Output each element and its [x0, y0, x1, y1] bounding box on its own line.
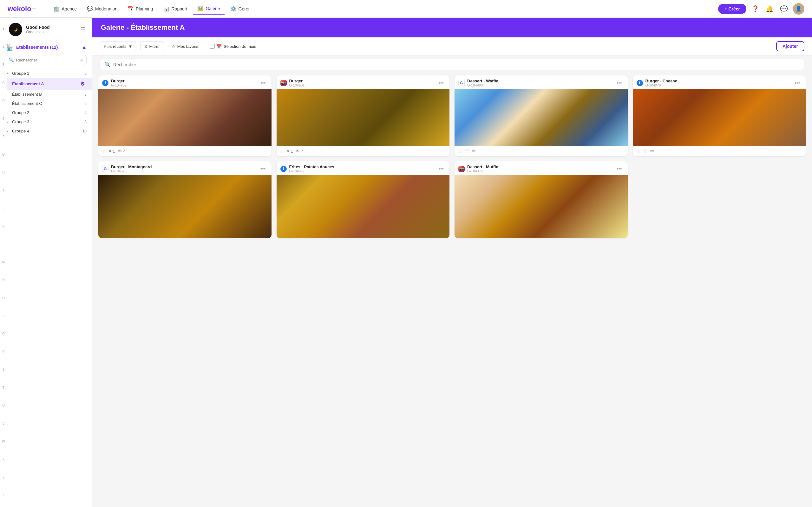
alphabet-star[interactable]: ★ [2, 27, 5, 31]
card-more-button-g104980[interactable]: ••• [615, 79, 624, 87]
heart-action-g104979[interactable]: ♡ [643, 149, 647, 154]
etab-item-etablissement-a[interactable]: Établissement A ⚙ [0, 78, 92, 90]
logo[interactable]: wekolo〜 [8, 5, 37, 13]
view-action-g104980[interactable]: 👁 [472, 149, 476, 154]
alphabet-a[interactable]: A [3, 46, 5, 49]
card-more-button-g104977[interactable]: ••• [437, 165, 446, 172]
org-menu-button[interactable]: ☰ [79, 25, 87, 34]
alphabet-k[interactable]: K [3, 225, 5, 228]
group-item-groupe3[interactable]: ▶ Groupe 3 8 [0, 117, 92, 126]
google-platform-icon-2: G [102, 166, 108, 172]
star-icon-g104981: ☆ [281, 149, 285, 154]
sidebar-filter-icon[interactable]: ≡ [80, 57, 83, 63]
gallery-grid: f Burger G-104982 ••• ☆ ♥ [98, 75, 806, 238]
filter-button[interactable]: ⧖ Filtrer [140, 41, 164, 51]
instagram-platform-icon-2: 📷 [458, 166, 465, 172]
filter-icon: ⧖ [144, 44, 147, 49]
nav-item-gerer[interactable]: ⚙️ Gérer [226, 3, 254, 14]
nav-item-planning[interactable]: 📅 Planning [123, 3, 158, 14]
user-avatar[interactable]: 👤 [793, 3, 804, 14]
messages-icon[interactable]: 💬 [779, 4, 789, 14]
help-icon[interactable]: ❓ [750, 4, 761, 14]
alphabet-y[interactable]: Y [3, 476, 5, 479]
gallery-card-g104978[interactable]: G Burger - Montagnard G-104978 ••• [98, 161, 271, 238]
star-action-g104982[interactable]: ☆ [102, 149, 106, 154]
nav-item-galerie[interactable]: 🖼️ Galerie [193, 3, 224, 14]
heart-action-g104980[interactable]: ♡ [465, 149, 469, 154]
alphabet-r[interactable]: R [2, 350, 4, 354]
view-action-g104982[interactable]: 👁 4 [118, 149, 125, 154]
alphabet-d[interactable]: D [2, 100, 4, 103]
star-action-g104979[interactable]: ☆ [637, 149, 641, 154]
alphabet-o[interactable]: O [2, 297, 5, 300]
sort-dropdown[interactable]: Plus récents ▼ [100, 42, 136, 51]
nav-item-moderation[interactable]: 💬 Modération [83, 3, 122, 14]
selection-label: Sélection du mois [223, 44, 256, 49]
sidebar-search-input[interactable] [16, 58, 78, 62]
gallery-card-g104979[interactable]: f Burger - Cheese G-104979 ••• ☆ ♡ [633, 75, 806, 156]
gallery-card-g104981[interactable]: 📷 Burger G-104981 ••• ☆ ♥ [276, 75, 450, 156]
heart-action-g104981[interactable]: ♥ 1 [287, 149, 293, 154]
card-name: Burger - Montagnard [111, 164, 256, 169]
selection-calendar-icon: 📅 [217, 44, 222, 49]
groupe1-count: 6 [84, 71, 87, 76]
alphabet-l[interactable]: L [3, 243, 4, 246]
instagram-platform-icon: 📷 [281, 80, 287, 86]
alphabet-b[interactable]: B [3, 63, 5, 66]
card-more-button-g104982[interactable]: ••• [258, 79, 268, 87]
notifications-icon[interactable]: 🔔 [764, 4, 775, 14]
alphabet-i[interactable]: I [3, 189, 4, 192]
etablissements-header[interactable]: 🏪 Établissements (12) ▲ [0, 40, 92, 54]
view-action-g104981[interactable]: 👁 4 [296, 149, 304, 154]
alphabet-t[interactable]: T [3, 386, 4, 389]
sidebar-alphabet[interactable]: ★ A B C D E F G H I J K L M N O P Q R S … [0, 18, 7, 507]
alphabet-m[interactable]: M [2, 261, 5, 264]
alphabet-h[interactable]: H [2, 171, 4, 174]
card-more-button-g104978[interactable]: ••• [258, 165, 268, 172]
content-search-input[interactable] [113, 62, 800, 67]
selection-du-mois-button[interactable]: 📅 Sélection du mois [206, 42, 260, 51]
etab-item-etablissement-b[interactable]: Établissement B 3 [0, 90, 92, 99]
gallery-card-g104982[interactable]: f Burger G-104982 ••• ☆ ♥ [98, 75, 271, 156]
alphabet-j[interactable]: J [3, 207, 4, 210]
star-action-g104980[interactable]: ☆ [458, 149, 462, 154]
nav-item-agence[interactable]: 🏢 Agence [49, 3, 81, 14]
card-info-g104978: Burger - Montagnard G-104978 [111, 164, 256, 173]
alphabet-v[interactable]: V [3, 422, 5, 425]
alphabet-w[interactable]: W [2, 440, 5, 443]
heart-count-g104981: 1 [291, 149, 293, 154]
alphabet-s[interactable]: S [3, 368, 5, 372]
favorites-button[interactable]: ☆ Mes favoris [168, 42, 202, 51]
view-count-g104982: 4 [123, 149, 125, 154]
alphabet-p[interactable]: P [3, 315, 5, 318]
view-action-g104979[interactable]: 👁 [650, 149, 654, 154]
alphabet-x[interactable]: X [3, 458, 5, 461]
gallery-card-g104976[interactable]: 📷 Dessert - Muffin G-104976 ••• [455, 161, 628, 238]
card-image-g104982 [98, 89, 271, 146]
alphabet-n[interactable]: N [2, 279, 4, 282]
card-more-button-g104976[interactable]: ••• [615, 165, 624, 172]
alphabet-f[interactable]: F [3, 135, 4, 138]
etablissements-title: Établissements (12) [16, 45, 82, 50]
nav-item-rapport[interactable]: 📊 Rapport [159, 3, 192, 14]
etab-a-settings-icon[interactable]: ⚙ [78, 80, 87, 88]
create-button[interactable]: + Créer [718, 4, 746, 14]
alphabet-q[interactable]: Q [2, 332, 5, 336]
group-item-groupe2[interactable]: ▶ Groupe 2 4 [0, 108, 92, 117]
alphabet-z[interactable]: Z [3, 494, 4, 497]
group-item-groupe4[interactable]: ▶ Groupe 4 10 [0, 126, 92, 135]
add-button[interactable]: Ajouter [776, 41, 804, 51]
card-more-button-g104979[interactable]: ••• [793, 79, 802, 87]
gallery-card-g104980[interactable]: G Dessert - Waffle G-104980 ••• ☆ [455, 75, 628, 156]
alphabet-u[interactable]: U [2, 404, 4, 407]
alphabet-g[interactable]: G [2, 153, 5, 156]
alphabet-e[interactable]: E [3, 117, 5, 120]
star-action-g104981[interactable]: ☆ [281, 149, 285, 154]
heart-action-g104982[interactable]: ♥ 1 [109, 149, 115, 154]
card-more-button-g104981[interactable]: ••• [437, 79, 446, 87]
gallery-card-g104977[interactable]: f Frites - Patates douces G-104977 ••• [276, 161, 450, 238]
etab-item-etablissement-c[interactable]: Établissement C 2 [0, 99, 92, 108]
main-layout: ★ A B C D E F G H I J K L M N O P Q R S … [0, 18, 812, 507]
alphabet-c[interactable]: C [2, 81, 4, 84]
group-item-groupe1[interactable]: ▼ Groupe 1 6 [0, 69, 92, 78]
